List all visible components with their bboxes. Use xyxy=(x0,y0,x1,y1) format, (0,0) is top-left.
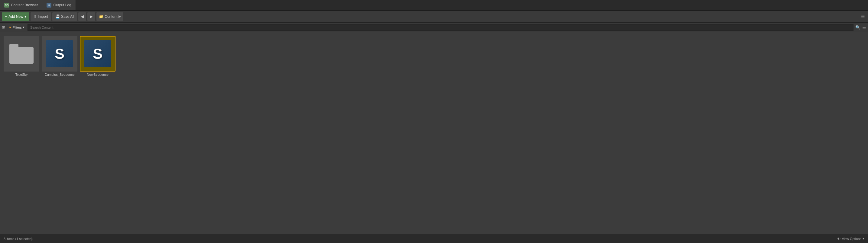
asset-cumulus-sequence[interactable]: S Cumulus_Sequence xyxy=(42,36,78,76)
save-icon: 💾 xyxy=(55,14,60,19)
filters-button[interactable]: ▼ Filters ▾ xyxy=(7,25,26,30)
view-options-label: View Options xyxy=(842,237,861,241)
tab-output-log[interactable]: ≡ Output Log xyxy=(42,0,75,10)
filter-bar-options-icon[interactable]: ☰ xyxy=(862,25,866,30)
folder-icon xyxy=(9,44,34,64)
nav-forward-icon: ▶ xyxy=(90,14,93,19)
asset-truesky[interactable]: TrueSky xyxy=(4,36,39,76)
asset-truesky-label: TrueSky xyxy=(16,73,28,76)
content-browser-tab-icon: CB xyxy=(4,3,9,7)
status-bar: 3 items (1 selected) 👁 View Options ▾ xyxy=(0,234,868,243)
asset-truesky-thumb xyxy=(4,36,39,72)
filter-bar: ⊞ ▼ Filters ▾ 🔍 ☰ xyxy=(0,23,868,32)
grid-view-icon[interactable]: ⊞ xyxy=(2,25,5,30)
search-icon[interactable]: 🔍 xyxy=(855,25,861,30)
breadcrumb-content-label[interactable]: Content xyxy=(104,14,117,19)
sequence-new-icon: S xyxy=(84,40,111,67)
asset-new-sequence[interactable]: S NewSequence xyxy=(80,36,116,76)
save-all-button[interactable]: 💾 Save All xyxy=(52,12,77,21)
breadcrumb-arrow-icon: ▶ xyxy=(119,14,121,19)
add-new-label: Add New xyxy=(8,14,23,19)
sequence-cumulus-letter: S xyxy=(55,45,64,62)
import-label: Import xyxy=(38,14,48,19)
filter-icon: ▼ xyxy=(8,26,12,29)
settings-icon[interactable]: ☰ xyxy=(860,13,866,20)
tab-bar: CB Content Browser ≡ Output Log xyxy=(0,0,868,10)
eye-icon: 👁 xyxy=(837,237,840,241)
content-area: TrueSky S Cumulus_Sequence S NewSequence xyxy=(0,32,868,234)
save-all-label: Save All xyxy=(61,14,74,19)
sequence-new-letter: S xyxy=(93,45,102,62)
tab-content-browser[interactable]: CB Content Browser xyxy=(0,0,42,10)
asset-new-sequence-label: NewSequence xyxy=(87,73,108,76)
asset-cumulus-thumb: S xyxy=(42,36,78,72)
sequence-cumulus-icon: S xyxy=(46,40,73,67)
filters-label: Filters xyxy=(13,26,22,29)
tab-content-browser-label: Content Browser xyxy=(11,3,38,7)
nav-back-icon: ◀ xyxy=(81,14,84,19)
breadcrumb-folder-icon: 📁 xyxy=(99,14,103,19)
asset-cumulus-label: Cumulus_Sequence xyxy=(44,73,74,76)
add-new-button[interactable]: + Add New ▾ xyxy=(2,12,29,21)
asset-new-sequence-thumb: S xyxy=(80,36,116,72)
import-button[interactable]: ⬆ Import xyxy=(31,12,51,21)
items-count-text: 3 items (1 selected) xyxy=(4,237,33,241)
toolbar: + Add New ▾ ⬆ Import 💾 Save All ◀ ▶ 📁 Co… xyxy=(0,10,868,23)
add-icon: + xyxy=(5,14,7,19)
nav-forward-button[interactable]: ▶ xyxy=(87,12,95,21)
add-new-dropdown-icon: ▾ xyxy=(25,14,26,19)
output-log-tab-icon: ≡ xyxy=(46,3,52,7)
import-icon: ⬆ xyxy=(34,14,37,19)
breadcrumb: 📁 Content ▶ xyxy=(96,12,123,21)
tab-output-log-label: Output Log xyxy=(53,3,71,7)
search-input[interactable] xyxy=(28,24,854,31)
view-options-button[interactable]: 👁 View Options ▾ xyxy=(837,237,864,241)
filter-dropdown-icon: ▾ xyxy=(23,25,25,29)
view-options-dropdown-icon: ▾ xyxy=(863,237,864,241)
nav-back-button[interactable]: ◀ xyxy=(78,12,86,21)
